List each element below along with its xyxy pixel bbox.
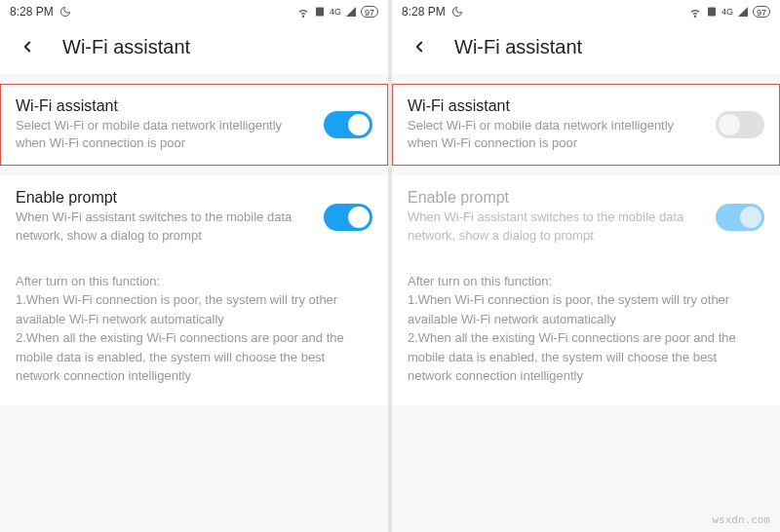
svg-point-0 xyxy=(302,16,303,17)
wifi-icon xyxy=(688,5,702,19)
info-line-1: 1.When Wi-Fi connection is poor, the sys… xyxy=(408,290,764,328)
enable-prompt-row[interactable]: Enable prompt When Wi-Fi assistant switc… xyxy=(0,175,388,257)
info-block: After turn on this function: 1.When Wi-F… xyxy=(0,258,388,405)
wifi-assistant-toggle[interactable] xyxy=(324,111,372,138)
battery-icon: 97 xyxy=(753,6,770,18)
info-line-2: 2.When all the existing Wi-Fi connection… xyxy=(408,328,764,386)
info-heading: After turn on this function: xyxy=(408,272,764,291)
wifi-icon xyxy=(296,5,310,19)
status-time: 8:28 PM xyxy=(10,5,54,19)
enable-prompt-toggle[interactable] xyxy=(324,204,372,231)
wifi-assistant-row[interactable]: Wi-Fi assistant Select Wi-Fi or mobile d… xyxy=(392,84,780,166)
moon-icon xyxy=(59,6,71,18)
info-line-1: 1.When Wi-Fi connection is poor, the sys… xyxy=(16,290,372,328)
sim-icon xyxy=(706,6,718,18)
moon-icon xyxy=(451,6,463,18)
svg-point-2 xyxy=(694,16,695,17)
page-title: Wi-Fi assistant xyxy=(62,36,190,58)
enable-prompt-toggle xyxy=(716,204,764,231)
header: Wi-Fi assistant xyxy=(0,23,388,74)
back-button[interactable] xyxy=(16,35,39,58)
watermark: wsxdn.com xyxy=(712,513,770,526)
phone-screen-right: 8:28 PM 4G 97 Wi-Fi assistant W xyxy=(392,0,780,532)
enable-prompt-desc: When Wi-Fi assistant switches to the mob… xyxy=(408,209,704,244)
signal-label: 4G xyxy=(722,7,733,17)
wifi-assistant-toggle[interactable] xyxy=(716,111,764,138)
info-line-2: 2.When all the existing Wi-Fi connection… xyxy=(16,328,372,386)
wifi-assistant-title: Wi-Fi assistant xyxy=(408,97,704,115)
status-bar: 8:28 PM 4G 97 xyxy=(392,0,780,23)
enable-prompt-title: Enable prompt xyxy=(408,189,704,207)
phone-screen-left: 8:28 PM 4G 97 Wi-Fi assistant W xyxy=(0,0,388,532)
svg-rect-3 xyxy=(708,8,716,17)
wifi-assistant-row[interactable]: Wi-Fi assistant Select Wi-Fi or mobile d… xyxy=(0,84,388,166)
wifi-assistant-title: Wi-Fi assistant xyxy=(16,97,312,115)
page-title: Wi-Fi assistant xyxy=(454,36,582,58)
status-time: 8:28 PM xyxy=(402,5,446,19)
svg-rect-1 xyxy=(316,8,324,17)
signal-icon xyxy=(737,6,749,18)
sim-icon xyxy=(314,6,326,18)
wifi-assistant-desc: Select Wi-Fi or mobile data network inte… xyxy=(16,117,312,152)
wifi-assistant-desc: Select Wi-Fi or mobile data network inte… xyxy=(408,117,704,152)
battery-icon: 97 xyxy=(361,6,378,18)
back-button[interactable] xyxy=(408,35,431,58)
info-heading: After turn on this function: xyxy=(16,272,372,291)
signal-icon xyxy=(345,6,357,18)
status-bar: 8:28 PM 4G 97 xyxy=(0,0,388,23)
signal-label: 4G xyxy=(330,7,341,17)
enable-prompt-desc: When Wi-Fi assistant switches to the mob… xyxy=(16,209,312,244)
enable-prompt-row: Enable prompt When Wi-Fi assistant switc… xyxy=(392,175,780,257)
enable-prompt-title: Enable prompt xyxy=(16,189,312,207)
info-block: After turn on this function: 1.When Wi-F… xyxy=(392,258,780,405)
header: Wi-Fi assistant xyxy=(392,23,780,74)
